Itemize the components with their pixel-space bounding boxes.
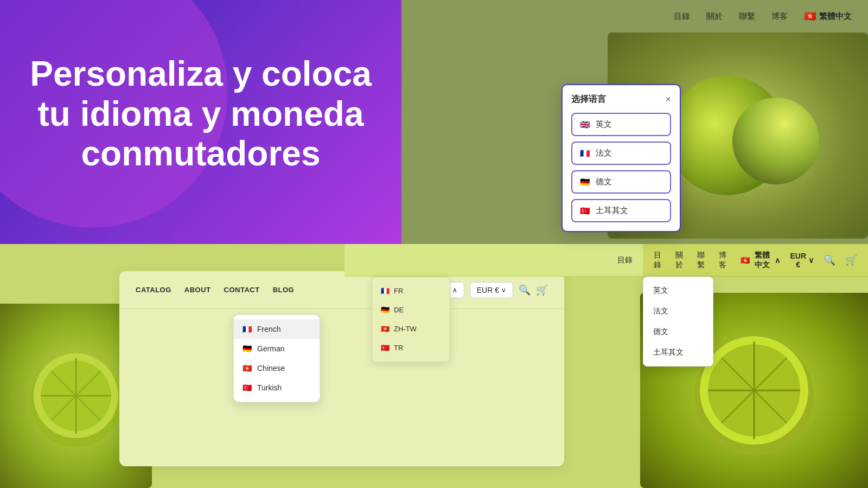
flag-navbar3: 🇭🇰 bbox=[741, 256, 750, 265]
language-modal: 选择语言 × 🇬🇧 英文 🇫🇷 法文 🇩🇪 德文 🇹🇷 土耳其文 bbox=[561, 84, 681, 232]
en-dropdown-item-tr[interactable]: 🇹🇷 TR bbox=[372, 338, 450, 357]
navbar3-link-about[interactable]: 關於 bbox=[675, 251, 687, 270]
lang-label-top: 繁體中文 bbox=[819, 11, 852, 22]
label-french: French bbox=[257, 325, 281, 333]
language-dropdown-navbar2: 🇫🇷 FR 🇩🇪 DE 🇭🇰 ZH-TW 🇹🇷 TR bbox=[372, 277, 450, 362]
lang-flag-tr: 🇹🇷 bbox=[580, 206, 590, 216]
navbar3-link-contact[interactable]: 聯繫 bbox=[697, 251, 709, 270]
lang-label-fr: 法文 bbox=[596, 148, 612, 158]
en-dropdown-item-zhtw[interactable]: 🇭🇰 ZH-TW bbox=[372, 319, 450, 338]
right-dropdown-item-de[interactable]: 德文 bbox=[643, 322, 713, 342]
label-turkish: Turkish bbox=[257, 383, 282, 392]
en-dropdown-item-fr[interactable]: 🇫🇷 FR bbox=[372, 281, 450, 300]
currency-label-navbar1: EUR € bbox=[477, 286, 499, 294]
lang-option-french[interactable]: 🇫🇷 法文 bbox=[571, 142, 671, 165]
nav-link-about[interactable]: 關於 bbox=[706, 11, 723, 22]
currency-selector-navbar3[interactable]: EUR € ∨ bbox=[790, 252, 814, 269]
flag-french: 🇫🇷 bbox=[242, 325, 252, 333]
navbar-link-contact[interactable]: CONTACT bbox=[224, 286, 260, 294]
label-de-nb2: DE bbox=[394, 306, 404, 314]
modal-close-button[interactable]: × bbox=[665, 94, 671, 105]
navbar2-link-catalog[interactable]: 目錄 bbox=[617, 255, 633, 265]
flag-tr-nb2: 🇹🇷 bbox=[381, 344, 390, 352]
hero-section: Personaliza y coloca tu idioma y moneda … bbox=[22, 54, 380, 174]
label-german: German bbox=[257, 344, 285, 353]
lang-flag-de: 🇩🇪 bbox=[580, 177, 590, 187]
dropdown-item-german[interactable]: 🇩🇪 German bbox=[234, 339, 320, 358]
modal-title: 选择语言 bbox=[571, 94, 606, 105]
hero-title: Personaliza y coloca tu idioma y moneda … bbox=[22, 54, 380, 174]
right-dropdown-item-fr[interactable]: 法文 bbox=[643, 301, 713, 322]
dropdown-item-french[interactable]: 🇫🇷 French bbox=[234, 319, 320, 339]
language-selector-top[interactable]: 🇭🇰 繁體中文 bbox=[804, 10, 852, 22]
currency-label-navbar3: EUR € bbox=[790, 252, 806, 269]
lang-label-navbar3: 繁體中文 bbox=[752, 251, 772, 270]
nav-link-contact[interactable]: 聯繫 bbox=[739, 11, 755, 22]
navbar-links-1: CATALOG ABOUT CONTACT BLOG bbox=[136, 286, 294, 294]
lang-chevron-navbar3: ∧ bbox=[775, 256, 780, 265]
lang-label-de: 德文 bbox=[596, 177, 612, 187]
cart-button-navbar1[interactable]: 🛒 bbox=[536, 284, 548, 296]
language-dropdown-left: 🇫🇷 French 🇩🇪 German 🇭🇰 Chinese 🇹🇷 Turkis… bbox=[233, 314, 320, 402]
navbar-card-3: 目錄 關於 聯繫 博客 🇭🇰 繁體中文 ∧ EUR € ∨ 🔍 🛒 bbox=[643, 244, 868, 277]
flag-chinese: 🇭🇰 bbox=[242, 364, 252, 373]
navbar-link-catalog[interactable]: CATALOG bbox=[136, 286, 171, 294]
right-dropdown-item-tr[interactable]: 土耳其文 bbox=[643, 342, 713, 363]
lang-option-turkish[interactable]: 🇹🇷 土耳其文 bbox=[571, 199, 671, 222]
language-selector-navbar3[interactable]: 🇭🇰 繁體中文 ∧ bbox=[741, 251, 780, 270]
label-zhtw-nb2: ZH-TW bbox=[394, 325, 417, 333]
label-chinese: Chinese bbox=[257, 364, 285, 373]
modal-header: 选择语言 × bbox=[571, 94, 671, 105]
lime-half-2 bbox=[732, 98, 819, 184]
flag-de-nb2: 🇩🇪 bbox=[381, 306, 390, 314]
dropdown-item-chinese[interactable]: 🇭🇰 Chinese bbox=[234, 358, 320, 378]
search-button-navbar3[interactable]: 🔍 bbox=[824, 254, 835, 266]
flag-fr-nb2: 🇫🇷 bbox=[381, 287, 390, 295]
currency-chevron-navbar3: ∨ bbox=[808, 256, 814, 265]
lang-flag-top: 🇭🇰 bbox=[804, 10, 816, 22]
navbar3-link-catalog[interactable]: 目錄 bbox=[654, 251, 666, 270]
flag-german: 🇩🇪 bbox=[242, 344, 252, 353]
label-tr-nb2: TR bbox=[394, 344, 403, 352]
lang-option-german[interactable]: 🇩🇪 德文 bbox=[571, 170, 671, 194]
lang-label-en: 英文 bbox=[596, 119, 612, 130]
navbar-link-about[interactable]: ABOUT bbox=[184, 286, 211, 294]
navbar-card-1: CATALOG ABOUT CONTACT BLOG 🇬🇧 English ∧ … bbox=[119, 271, 564, 309]
en-dropdown-item-de[interactable]: 🇩🇪 DE bbox=[372, 300, 450, 319]
cart-button-navbar3[interactable]: 🛒 bbox=[845, 254, 857, 266]
nav-link-catalog[interactable]: 目錄 bbox=[674, 11, 690, 22]
flag-turkish: 🇹🇷 bbox=[242, 383, 252, 392]
flag-zhtw-nb2: 🇭🇰 bbox=[381, 325, 390, 333]
lang-label-tr: 土耳其文 bbox=[596, 206, 628, 216]
nav-link-blog[interactable]: 博客 bbox=[771, 11, 788, 22]
label-fr-nb2: FR bbox=[394, 287, 403, 295]
bottom-card-left: CATALOG ABOUT CONTACT BLOG 🇬🇧 English ∧ … bbox=[119, 271, 564, 466]
lang-flag-fr: 🇫🇷 bbox=[580, 149, 590, 158]
search-button-navbar1[interactable]: 🔍 bbox=[519, 284, 531, 296]
lang-option-english[interactable]: 🇬🇧 英文 bbox=[571, 113, 671, 136]
lang-flag-en: 🇬🇧 bbox=[580, 120, 590, 130]
currency-chevron-navbar1: ∨ bbox=[501, 286, 506, 294]
lang-chevron-navbar1: ∧ bbox=[452, 286, 457, 294]
currency-selector-navbar1[interactable]: EUR € ∨ bbox=[470, 282, 513, 298]
navbar3-link-blog[interactable]: 博客 bbox=[719, 251, 731, 270]
dropdown-item-turkish[interactable]: 🇹🇷 Turkish bbox=[234, 378, 320, 397]
navbar-link-blog[interactable]: BLOG bbox=[273, 286, 295, 294]
language-dropdown-right: 英文 法文 德文 土耳其文 bbox=[643, 277, 713, 367]
right-dropdown-item-en[interactable]: 英文 bbox=[643, 280, 713, 301]
top-navigation: 目錄 關於 聯繫 博客 🇭🇰 繁體中文 bbox=[401, 0, 868, 33]
